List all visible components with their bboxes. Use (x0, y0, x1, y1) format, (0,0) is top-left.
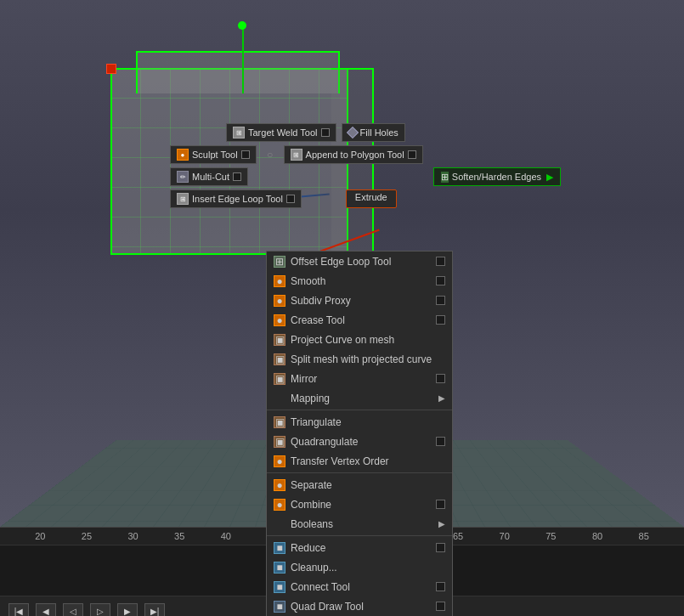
separate-label: Separate (291, 479, 332, 491)
menu-item-smooth[interactable]: ● Smooth (267, 271, 452, 291)
subdiv-proxy-icon: ● (274, 295, 285, 307)
target-weld-icon: ⊞ (233, 127, 245, 138)
play-forward-button[interactable]: ▷ (90, 603, 110, 617)
menu-item-booleans[interactable]: Booleans ▶ (267, 514, 452, 534)
fill-holes-button[interactable]: Fill Holes (342, 123, 405, 142)
timeline-num-70: 70 (481, 531, 528, 541)
extrude-button[interactable]: Extrude (346, 189, 397, 208)
soften-label: Soften/Harden Edges (452, 172, 541, 182)
reduce-label: Reduce (291, 542, 325, 554)
menu-item-triangulate[interactable]: ▣ Triangulate (267, 412, 452, 432)
menu-item-offset-edge-loop[interactable]: ⊞ Offset Edge Loop Tool (267, 251, 452, 271)
split-mesh-label: Split mesh with projected curve (291, 353, 432, 365)
quadrangulate-label: Quadrangulate (291, 436, 358, 448)
quadrangulate-checkbox[interactable] (436, 437, 445, 446)
append-polygon-button[interactable]: ⊞ Append to Polygon Tool (284, 145, 423, 164)
booleans-label: Booleans (291, 518, 333, 530)
sculpt-tool-button[interactable]: ● Sculpt Tool (170, 145, 257, 164)
timeline-num-30: 30 (110, 531, 156, 541)
go-to-start-button[interactable]: |◀ (8, 603, 29, 617)
offset-edge-loop-icon: ⊞ (274, 256, 285, 268)
offset-edge-loop-label: Offset Edge Loop Tool (291, 256, 391, 268)
separator-1 (267, 410, 452, 410)
menu-item-separate[interactable]: ● Separate (267, 475, 452, 494)
soften-harden-button[interactable]: ⊞ Soften/Harden Edges ▶ (433, 167, 561, 186)
timeline-num-35: 35 (156, 531, 203, 541)
menu-item-crease-tool[interactable]: ● Crease Tool (267, 310, 452, 330)
quad-draw-checkbox[interactable] (436, 602, 445, 611)
play-back-button[interactable]: ◁ (63, 603, 83, 617)
cube-top (136, 51, 340, 93)
insert-edge-label: Insert Edge Loop Tool (192, 194, 283, 204)
red-corner-marker (106, 64, 116, 74)
sculpt-checkbox[interactable] (241, 150, 250, 159)
crease-tool-label: Crease Tool (291, 314, 345, 326)
append-checkbox[interactable] (408, 150, 416, 159)
menu-item-project-curve[interactable]: ▣ Project Curve on mesh (267, 330, 452, 349)
combine-label: Combine (291, 499, 331, 511)
split-mesh-icon: ▣ (274, 353, 285, 365)
crease-tool-checkbox[interactable] (436, 315, 445, 325)
mirror-label: Mirror (291, 373, 317, 385)
combine-checkbox[interactable] (436, 500, 445, 509)
subdiv-proxy-checkbox[interactable] (436, 296, 445, 305)
combine-icon: ● (274, 499, 285, 511)
fill-holes-label: Fill Holes (360, 127, 399, 138)
menu-item-cleanup[interactable]: ■ Cleanup... (267, 557, 452, 577)
soften-icon: ⊞ (441, 172, 449, 183)
toolbar-area: ⊞ Target Weld Tool Fill Holes ● Sculpt T… (170, 123, 561, 212)
sculpt-icon: ● (177, 149, 189, 161)
extrude-label: Extrude (355, 192, 387, 202)
menu-item-quad-draw[interactable]: ■ Quad Draw Tool (267, 596, 452, 616)
context-dropdown-menu: ⊞ Offset Edge Loop Tool ● Smooth ● Subdi… (266, 251, 453, 616)
y-axis-line (242, 25, 244, 93)
quad-draw-icon: ■ (274, 601, 285, 613)
offset-edge-loop-checkbox[interactable] (436, 257, 445, 266)
target-weld-checkbox[interactable] (321, 128, 330, 137)
smooth-checkbox[interactable] (436, 276, 445, 285)
mapping-arrow-icon: ▶ (438, 393, 445, 403)
menu-item-combine[interactable]: ● Combine (267, 494, 452, 514)
multi-cut-checkbox[interactable] (233, 172, 241, 181)
insert-edge-loop-button[interactable]: ⊞ Insert Edge Loop Tool (170, 189, 302, 208)
cleanup-label: Cleanup... (291, 562, 337, 574)
subdiv-proxy-label: Subdiv Proxy (291, 295, 351, 307)
menu-item-split-mesh[interactable]: ▣ Split mesh with projected curve (267, 349, 452, 369)
menu-item-subdiv-proxy[interactable]: ● Subdiv Proxy (267, 291, 452, 310)
menu-item-connect-tool[interactable]: ■ Connect Tool (267, 577, 452, 596)
toolbar-row-4: ⊞ Insert Edge Loop Tool Extrude (170, 189, 561, 208)
menu-item-reduce[interactable]: ■ Reduce (267, 538, 452, 557)
step-forward-button[interactable]: ▶ (117, 603, 138, 617)
separator-2 (267, 472, 452, 473)
connect-tool-checkbox[interactable] (436, 582, 445, 591)
go-to-end-button[interactable]: ▶| (144, 603, 165, 617)
connect-tool-label: Connect Tool (291, 581, 350, 593)
step-back-button[interactable]: ◀ (36, 603, 56, 617)
menu-item-transfer-vertex[interactable]: ● Transfer Vertex Order (267, 451, 452, 471)
quad-draw-label: Quad Draw Tool (291, 601, 364, 613)
transfer-vertex-icon: ● (274, 455, 285, 467)
menu-item-quadrangulate[interactable]: ▣ Quadrangulate (267, 432, 452, 451)
menu-item-mirror[interactable]: ▣ Mirror (267, 369, 452, 388)
smooth-label: Smooth (291, 275, 325, 287)
mirror-checkbox[interactable] (436, 374, 445, 383)
soften-arrow-icon: ▶ (546, 172, 553, 183)
toolbar-row-2: ● Sculpt Tool ○ ⊞ Append to Polygon Tool (170, 145, 561, 164)
separator-3 (267, 535, 452, 536)
transfer-vertex-label: Transfer Vertex Order (291, 455, 389, 467)
multi-cut-button[interactable]: ✏ Multi-Cut (170, 167, 248, 186)
toolbar-row-3: ✏ Multi-Cut ⊞ Soften/Harden Edges ▶ (170, 167, 561, 186)
multi-cut-label: Multi-Cut (192, 172, 229, 182)
insert-edge-checkbox[interactable] (286, 195, 295, 203)
separate-icon: ● (274, 479, 285, 491)
timeline-num-85: 85 (620, 531, 667, 541)
triangulate-icon: ▣ (274, 416, 285, 428)
target-weld-button[interactable]: ⊞ Target Weld Tool (226, 123, 336, 142)
triangulate-label: Triangulate (291, 416, 342, 428)
smooth-icon: ● (274, 275, 285, 287)
menu-item-mapping[interactable]: Mapping ▶ (267, 388, 452, 408)
timeline-num-20: 20 (17, 531, 64, 541)
timeline-num-25: 25 (64, 531, 110, 541)
timeline-num-40: 40 (203, 531, 250, 541)
reduce-checkbox[interactable] (436, 543, 445, 552)
